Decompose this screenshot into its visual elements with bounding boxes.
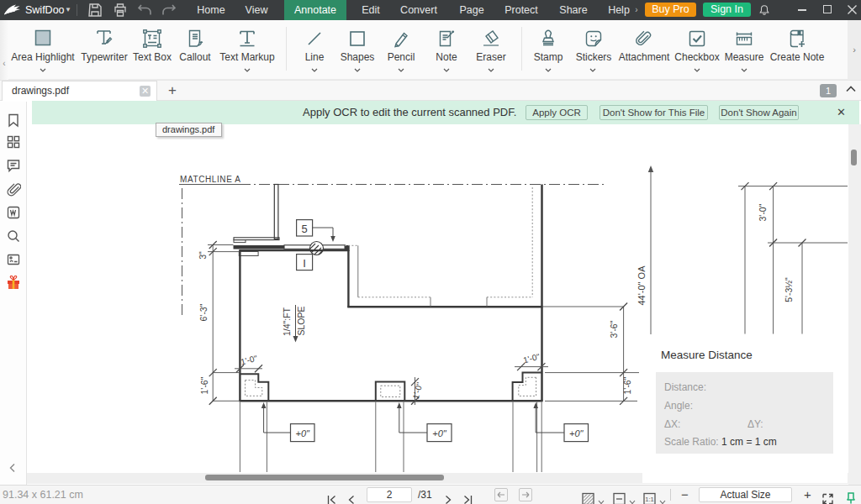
svg-text:1:1: 1:1 (645, 496, 653, 503)
